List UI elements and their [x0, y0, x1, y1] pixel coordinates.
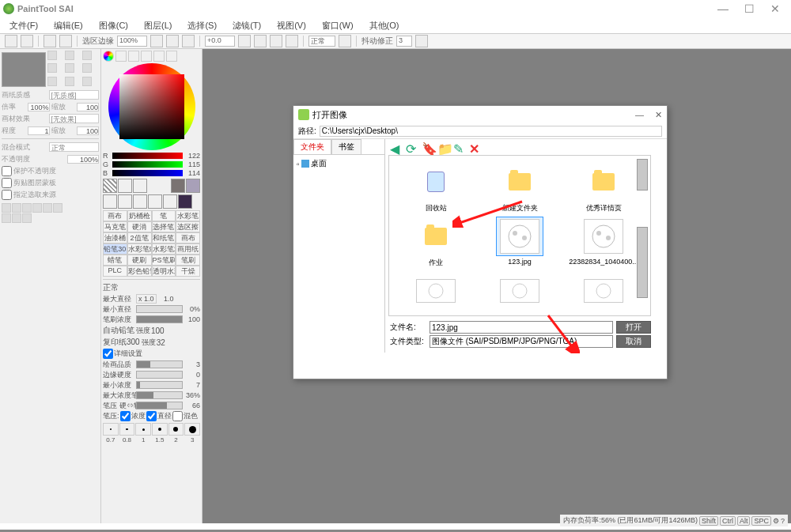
tool-17[interactable]: 硬刷 [127, 255, 152, 266]
brush-size-1.5[interactable] [152, 423, 168, 436]
brush-size-0.8[interactable] [119, 423, 135, 436]
tool-9[interactable]: 2值笔 [127, 232, 152, 243]
file-item-extra-0[interactable] [396, 271, 476, 312]
dialog-minimize[interactable]: — [635, 110, 644, 120]
brush-size-2[interactable] [168, 423, 184, 436]
tab-bookmarks[interactable]: 书签 [331, 139, 361, 154]
tool-1[interactable]: 奶桶枪 [127, 210, 152, 221]
menu-view[interactable]: 视图(V) [274, 18, 309, 33]
file-item-123.jpg[interactable]: 123.jpg [479, 217, 560, 268]
max-press-slider[interactable] [136, 391, 183, 399]
min-diameter-slider[interactable] [136, 305, 183, 313]
scrollbar-thumb-top[interactable] [637, 159, 648, 191]
layer-preview[interactable] [2, 52, 46, 87]
tool-redo[interactable] [21, 35, 33, 47]
file-item-22382834_1040400...[interactable]: 22382834_1040400... [563, 217, 644, 268]
tool-10[interactable]: 和纸笔 [152, 232, 176, 243]
soft-hard-slider[interactable] [136, 402, 183, 409]
alt-color[interactable] [178, 194, 192, 209]
tool-15[interactable]: 画用纸 [176, 243, 200, 255]
dialog-close[interactable]: ✕ [655, 110, 662, 120]
zoom-display[interactable]: 100% [117, 36, 147, 47]
rot-reset[interactable] [270, 35, 282, 47]
tool-5[interactable]: 硬消 [127, 221, 152, 232]
file-item-新建文件夹[interactable]: 新建文件夹 [479, 162, 560, 213]
rotate-tool[interactable] [133, 194, 147, 209]
file-browser[interactable]: 回收站新建文件夹优秀详情页作业123.jpg22382834_1040400..… [388, 155, 651, 316]
tool-19[interactable]: 笔刷 [176, 255, 200, 266]
menu-file[interactable]: 文件(F) [6, 18, 41, 33]
file-item-回收站[interactable]: 回收站 [396, 162, 476, 213]
protect-alpha-checkbox[interactable] [2, 166, 12, 176]
menu-layer[interactable]: 图层(L) [141, 18, 175, 33]
press-blend-checkbox[interactable] [172, 411, 183, 421]
tool-22[interactable]: 透明水彩 [152, 266, 176, 277]
scrollbar-thumb[interactable] [637, 227, 648, 298]
press-diam-checkbox[interactable] [146, 411, 157, 421]
file-item-作业[interactable]: 作业 [396, 217, 476, 268]
rotation-display[interactable]: +0.0 [205, 36, 235, 47]
tool-12[interactable]: 铅笔30 [103, 243, 127, 255]
opacity-value[interactable]: 100% [67, 155, 99, 164]
close-button[interactable]: ✕ [770, 2, 780, 15]
minimize-button[interactable]: — [717, 2, 729, 15]
tool-6[interactable]: 选择笔 [152, 221, 176, 232]
delete-layer-button[interactable] [53, 203, 62, 213]
mode-display[interactable]: 正常 [308, 36, 335, 47]
brush-size-0.7[interactable] [103, 423, 119, 436]
color-wheel-tab[interactable] [103, 51, 114, 62]
lock-sel-checkbox[interactable] [2, 190, 12, 200]
b-slider[interactable] [112, 170, 183, 176]
tool-14[interactable]: 水彩笔10版 [152, 243, 176, 255]
shake-value[interactable]: 3 [396, 36, 412, 47]
tool-21[interactable]: 彩色铅笔 [127, 266, 152, 277]
edge-slider[interactable] [136, 371, 183, 379]
brush-shape-select[interactable]: 自动铅笔 [103, 325, 134, 336]
detailed-checkbox[interactable] [103, 349, 113, 359]
lasso-tool[interactable] [118, 179, 132, 193]
file-item-优秀详情页[interactable]: 优秀详情页 [563, 162, 644, 213]
tool-invert[interactable] [59, 35, 72, 47]
press-dens-checkbox[interactable] [120, 411, 131, 421]
zoom-in[interactable] [166, 35, 179, 47]
color-wheel[interactable] [108, 63, 195, 150]
fg-color[interactable] [171, 179, 185, 193]
menu-edit[interactable]: 编辑(E) [51, 18, 86, 33]
tool-8[interactable]: 油漆桶 [103, 232, 127, 243]
tree-desktop[interactable]: 桌面 [297, 158, 381, 169]
layer-btn-1[interactable] [47, 51, 57, 60]
tool-23[interactable]: 干燥 [176, 266, 200, 277]
r-slider[interactable] [112, 153, 183, 159]
tool-3[interactable]: 水彩笔 [176, 210, 200, 221]
tool-2[interactable]: 笔 [152, 210, 176, 221]
zoom-out[interactable] [150, 35, 163, 47]
material-effect-select[interactable]: [无效果] [49, 114, 100, 123]
rot-cw[interactable] [254, 35, 267, 47]
selection-tool[interactable] [103, 179, 117, 193]
mixer-tab[interactable] [141, 51, 152, 62]
tab-folders[interactable]: 文件夹 [293, 139, 331, 154]
g-slider[interactable] [112, 161, 183, 168]
tool-16[interactable]: 蜡笔 [103, 255, 127, 266]
tool-undo[interactable] [5, 35, 17, 47]
file-item-extra-1[interactable] [479, 271, 560, 312]
quality-slider[interactable] [136, 360, 183, 368]
brush-size-1[interactable] [135, 423, 151, 436]
shake-toggle[interactable] [415, 35, 428, 47]
help-icon[interactable]: ? [781, 517, 785, 525]
rot-ccw[interactable] [238, 35, 251, 47]
move-tool[interactable] [103, 194, 117, 209]
paper-texture-select[interactable]: [无质感] [49, 90, 100, 100]
tool-4[interactable]: 马克笔 [103, 221, 127, 232]
bg-color[interactable] [186, 179, 200, 193]
menu-filter[interactable]: 滤镜(T) [229, 18, 264, 33]
brush-size-3[interactable] [184, 423, 200, 436]
brush-texture-select[interactable]: 复印纸300 [103, 337, 140, 348]
rgb-tab[interactable] [115, 51, 127, 62]
refresh-icon[interactable]: ⟳ [406, 141, 417, 153]
tool-20[interactable]: PLC [103, 266, 127, 277]
menu-select[interactable]: 选择(S) [184, 18, 220, 33]
swatches-tab[interactable] [153, 51, 165, 62]
open-button[interactable]: 打开 [616, 321, 651, 334]
hsv-tab[interactable] [128, 51, 139, 62]
